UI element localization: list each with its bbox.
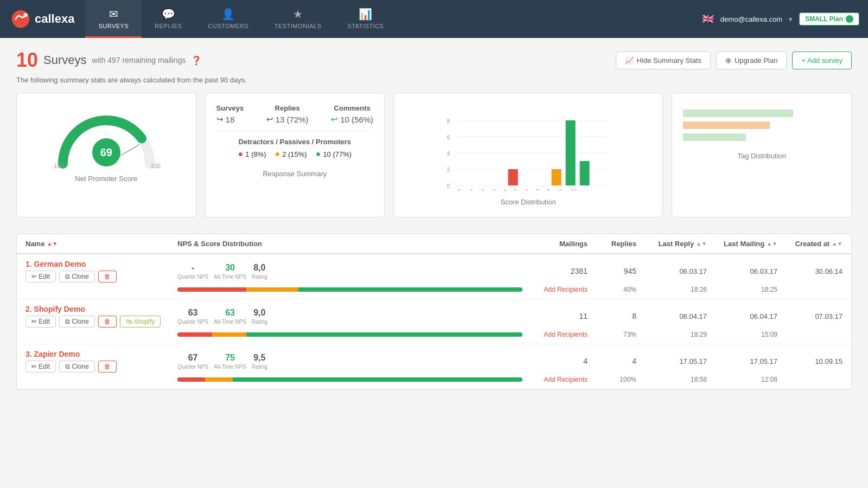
gauge-min-label: -100 xyxy=(52,163,64,169)
col-last-mailing[interactable]: Last Mailing ▲▼ xyxy=(707,240,777,248)
alltime-nps-0: 30 xyxy=(225,263,235,273)
last-mailing-0: 06.03.17 xyxy=(707,267,777,275)
delete-button-0[interactable]: 🗑 xyxy=(98,271,117,282)
nav-item-testimonials[interactable]: ★TESTIMONIALS xyxy=(261,0,335,38)
survey-name-1[interactable]: 2. Shopify Demo xyxy=(25,305,177,313)
nav-right: 🇬🇧 demo@callexa.com ▾ SMALL Plan xyxy=(693,0,868,38)
nav-item-statistics[interactable]: 📊STATISTICS xyxy=(335,0,397,38)
replies-0: 945 xyxy=(588,267,636,275)
svg-text:1: 1 xyxy=(470,189,474,191)
navbar: callexa ✉SURVEYS💬REPLIES👤CUSTOMERS★TESTI… xyxy=(0,0,868,38)
detractor-icon: ● xyxy=(238,149,244,159)
pb-red-1 xyxy=(177,332,212,337)
quarter-nps-label-0: Quarter NPS xyxy=(177,274,208,280)
plan-badge[interactable]: SMALL Plan xyxy=(799,12,859,25)
brand-name: callexa xyxy=(35,12,74,26)
replies-1: 8 xyxy=(588,312,636,320)
survey-name-0[interactable]: 1. German Demo xyxy=(25,260,177,268)
nav-item-customers[interactable]: 👤CUSTOMERS xyxy=(195,0,261,38)
add-recipients-1[interactable]: Add Recipients xyxy=(522,331,588,338)
svg-text:4: 4 xyxy=(447,151,450,157)
page-header: 10 Surveys with 497 remaining mailings ❓… xyxy=(16,49,852,72)
score-chart-svg: 0 2 4 6 8 xyxy=(405,104,652,191)
last-reply-0: 06.03.17 xyxy=(636,267,707,275)
user-email[interactable]: demo@callexa.com xyxy=(720,15,782,23)
quarter-nps-1: 63 xyxy=(188,308,198,318)
upgrade-plan-button[interactable]: ⊕ Upgrade Plan xyxy=(716,52,787,69)
replies-nav-icon: 💬 xyxy=(162,8,176,21)
surveys-table: Name ▲▼ NPS & Score Distribution Mailing… xyxy=(16,234,852,390)
add-recipients-0[interactable]: Add Recipients xyxy=(522,286,588,293)
last-mailing-2: 17.05.17 xyxy=(707,357,777,365)
delete-button-2[interactable]: 🗑 xyxy=(98,361,117,373)
created-at-sort-icon: ▲▼ xyxy=(832,241,843,247)
tag-bar-orange xyxy=(683,121,769,129)
reply-pct-1: 73% xyxy=(588,331,636,338)
shopify-button-1[interactable]: 🛍 shopify xyxy=(120,316,161,328)
progress-bar-1 xyxy=(177,332,522,337)
survey-name-2[interactable]: 3. Zapier Demo xyxy=(25,350,177,358)
brand-logo[interactable]: callexa xyxy=(0,0,85,38)
nps-cell-2: 67 Quarter NPS 75 All-Time NPS 9,5 Ratin… xyxy=(177,353,522,370)
table-body: 1. German Demo ✏ Edit ⧉ Clone 🗑 - Quarte… xyxy=(17,254,851,389)
clone-button-0[interactable]: ⧉ Clone xyxy=(59,271,95,282)
survey-row: 1. German Demo ✏ Edit ⧉ Clone 🗑 - Quarte… xyxy=(17,254,851,299)
rs-comments-value: ↩ 10 (56%) xyxy=(331,114,373,124)
pb-orange-1 xyxy=(212,332,247,337)
name-sort-icon: ▲▼ xyxy=(47,241,58,247)
nav-item-surveys[interactable]: ✉SURVEYS xyxy=(85,0,142,38)
alltime-nps-label-0: All-Time NPS xyxy=(214,274,246,280)
delete-button-1[interactable]: 🗑 xyxy=(98,316,117,328)
clone-button-2[interactable]: ⧉ Clone xyxy=(59,361,95,373)
alltime-nps-label-2: All-Time NPS xyxy=(214,364,246,370)
score-dist-chart: 0 2 4 6 8 xyxy=(405,104,652,192)
col-replies: Replies xyxy=(588,240,636,248)
nav-items: ✉SURVEYS💬REPLIES👤CUSTOMERS★TESTIMONIALS📊… xyxy=(85,0,693,38)
help-icon[interactable]: ❓ xyxy=(191,55,202,66)
rs-replies-label: Replies xyxy=(266,104,309,112)
pb-green-0 xyxy=(298,287,522,292)
plan-status-dot xyxy=(846,15,853,23)
svg-text:7: 7 xyxy=(536,189,539,191)
svg-point-0 xyxy=(12,10,29,28)
reply-time-0: 18:26 xyxy=(636,286,707,293)
edit-button-1[interactable]: ✏ Edit xyxy=(25,316,56,328)
pb-green-1 xyxy=(246,332,522,337)
rating-0: 8,0 xyxy=(253,263,265,273)
replies-2: 4 xyxy=(588,357,636,365)
rating-1: 9,0 xyxy=(253,308,265,318)
rs-replies-value: ↩ 13 (72%) xyxy=(266,114,309,124)
customers-nav-icon: 👤 xyxy=(221,8,235,21)
survey-row: 2. Shopify Demo ✏ Edit ⧉ Clone 🗑 🛍 shopi… xyxy=(17,299,851,344)
svg-text:6: 6 xyxy=(525,189,528,191)
col-name[interactable]: Name ▲▼ xyxy=(25,240,177,248)
rs-surveys-label: Surveys xyxy=(216,104,244,112)
response-summary-card: Surveys ↪ 18 Replies ↩ 13 (72%) xyxy=(205,93,385,217)
hide-summary-button[interactable]: 📈 Hide Summary Stats xyxy=(616,52,711,69)
rs-dpd-label: Detractors / Passives / Promoters xyxy=(216,138,374,146)
pb-red-0 xyxy=(177,287,246,292)
reply-pct-2: 100% xyxy=(588,376,636,383)
clone-button-1[interactable]: ⧉ Clone xyxy=(59,316,95,328)
quarter-nps-label-1: Quarter NPS xyxy=(177,319,208,325)
mailing-time-0: 18:25 xyxy=(707,286,777,293)
col-last-reply[interactable]: Last Reply ▲▼ xyxy=(636,240,707,248)
add-survey-button[interactable]: + Add survey xyxy=(792,52,852,69)
user-dropdown-icon[interactable]: ▾ xyxy=(789,15,793,23)
col-created-at[interactable]: Created at ▲▼ xyxy=(777,240,843,248)
main-content: 10 Surveys with 497 remaining mailings ❓… xyxy=(0,38,868,401)
survey-count: 10 xyxy=(16,49,38,72)
last-reply-2: 17.05.17 xyxy=(636,357,707,365)
replies-nav-label: REPLIES xyxy=(155,23,182,29)
language-flag[interactable]: 🇬🇧 xyxy=(702,13,714,25)
svg-rect-16 xyxy=(580,161,590,185)
edit-button-0[interactable]: ✏ Edit xyxy=(25,271,56,282)
svg-rect-15 xyxy=(566,120,576,185)
mailings-2: 4 xyxy=(522,357,588,365)
response-summary-title: Response Summary xyxy=(263,170,327,178)
gauge-max-label: 100 xyxy=(150,163,160,169)
pb-orange-2 xyxy=(205,377,233,382)
nav-item-replies[interactable]: 💬REPLIES xyxy=(142,0,195,38)
add-recipients-2[interactable]: Add Recipients xyxy=(522,376,588,383)
edit-button-2[interactable]: ✏ Edit xyxy=(25,361,56,373)
